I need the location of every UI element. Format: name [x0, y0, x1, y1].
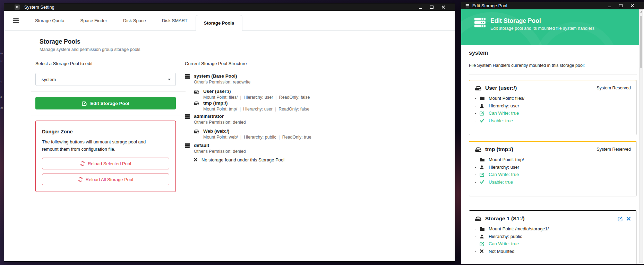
system-reserved-badge: System Reserved — [596, 147, 631, 152]
edit-icon — [480, 111, 486, 116]
system-reserved-badge: System Reserved — [596, 86, 631, 90]
pool-row: default Other's Permission: denied — [185, 142, 246, 154]
danger-zone-card: Danger Zone The following buttons will u… — [35, 121, 176, 192]
system-setting-window: System Setting Storage Quota Space Finde… — [4, 3, 455, 261]
user-icon — [480, 104, 486, 108]
storage-name: Web (web:/) — [203, 128, 311, 134]
x-icon — [480, 249, 486, 253]
structure-title: Current Storage Pool Structure — [185, 61, 247, 66]
pool-name: administrator — [194, 113, 246, 119]
handler-card-user: User (user:/) System Reserved -Mount Poi… — [469, 80, 637, 135]
desktop-icon-label-fragment: 3 — [0, 95, 2, 98]
handler-can-write: -Can Write: true — [475, 240, 631, 248]
storage-row: Web (web:/) Mount Point: web/|Hierarchy:… — [194, 128, 311, 140]
handler-hierarchy: -Hierarchy: user — [475, 164, 631, 171]
maximize-icon[interactable] — [428, 5, 436, 10]
pool-row: administrator Other's Permission: denied — [185, 113, 246, 125]
tab-bar: Storage Quota Space Finder Disk Space Di… — [4, 11, 455, 31]
close-icon[interactable] — [439, 5, 447, 10]
edit-pool-titlebar[interactable]: Edit Storage Pool — [461, 2, 644, 9]
scrollbar-thumb[interactable] — [640, 16, 642, 68]
edit-storage-pool-label: Edit Storage Pool — [90, 101, 129, 106]
folder-icon — [480, 157, 486, 162]
storage-details: Mount Point: web/|Hierarchy: public|Read… — [203, 134, 311, 140]
danger-zone-title: Danger Zone — [42, 129, 169, 134]
storage-details: Mount Point: tmp/|Hierarchy: user|ReadOn… — [203, 106, 309, 112]
handlers-description: File System Handlers currently mounted i… — [469, 63, 585, 68]
minimize-icon[interactable] — [605, 3, 613, 8]
scrollbar[interactable] — [639, 9, 643, 263]
storage-pool-select[interactable]: system — [35, 73, 176, 86]
handler-name: Storage 1 (S1:/) — [485, 215, 525, 222]
select-pool-label: Select a Storage Pool to edit — [35, 61, 93, 66]
empty-pool-message: No storage found under this Storage Pool — [201, 157, 284, 163]
storage-details: Mount Point: files/|Hierarchy: user|Read… — [203, 95, 310, 100]
edit-storage-pool-window: Edit Storage Pool Edit Storage Pool Edit… — [461, 2, 644, 264]
tab-storage-quota[interactable]: Storage Quota — [27, 11, 72, 30]
tab-disk-smart[interactable]: Disk SMART — [154, 11, 196, 30]
desktop-icon-label-fragment: xt — [0, 60, 2, 63]
selected-pool-value: system — [42, 77, 56, 82]
refresh-icon — [78, 177, 83, 182]
handler-name: User (user:/) — [485, 85, 517, 91]
reload-all-pool-button[interactable]: Reload All Storage Pool — [42, 174, 169, 185]
storage-row: User (user:/) Mount Point: files/|Hierar… — [194, 88, 310, 100]
folder-icon — [480, 96, 486, 100]
remove-handler-icon[interactable] — [626, 217, 631, 221]
pool-permission: Other's Permission: denied — [194, 149, 246, 154]
danger-zone-description: remount them from configuration file. — [42, 145, 169, 153]
minimize-icon[interactable] — [416, 5, 424, 10]
edited-pool-name: system — [469, 50, 488, 56]
tab-storage-pools[interactable]: Storage Pools — [196, 15, 242, 31]
banner-title: Edit Storage Pool — [490, 17, 594, 25]
x-icon — [194, 158, 198, 162]
reload-selected-pool-button[interactable]: Reload Selected Pool — [42, 158, 169, 169]
handler-mount-point: -Mount Point: tmp/ — [475, 156, 631, 164]
handler-card-tmp: tmp (tmp:/) System Reserved -Mount Point… — [469, 141, 637, 196]
window-title: System Setting — [24, 5, 54, 10]
storage-name: tmp (tmp:/) — [203, 100, 309, 106]
storage-name: User (user:/) — [203, 88, 310, 94]
handler-mount-point: -Mount Point: /media/storage1/ — [475, 225, 631, 233]
divider — [31, 115, 186, 115]
server-icon — [185, 74, 190, 79]
handler-can-write: -Can Write: true — [475, 109, 631, 117]
edit-handler-icon[interactable] — [618, 216, 623, 221]
hdd-icon — [475, 147, 482, 152]
pool-permission: Other's Permission: denied — [194, 120, 246, 125]
desktop-icon-label-fragment: 1. — [0, 81, 2, 84]
edit-icon — [480, 241, 486, 246]
handler-hierarchy: -Hierarchy: user — [475, 102, 631, 110]
handler-mount-point: -Mount Point: files/ — [475, 95, 631, 102]
page-subtitle: Manage system and permission group stora… — [40, 47, 140, 52]
maximize-icon[interactable] — [617, 3, 625, 8]
check-icon — [480, 179, 486, 184]
window-title: Edit Storage Pool — [472, 3, 507, 8]
close-icon[interactable] — [628, 3, 636, 8]
divider — [469, 206, 637, 206]
tab-disk-space[interactable]: Disk Space — [115, 11, 154, 30]
check-icon — [480, 118, 486, 123]
system-setting-titlebar[interactable]: System Setting — [4, 3, 455, 11]
handler-name: tmp (tmp:/) — [485, 146, 513, 152]
pool-name: default — [194, 142, 246, 148]
server-icon — [185, 114, 190, 119]
handler-can-write: -Can Write: true — [475, 171, 631, 178]
pool-name: system (Base Pool) — [194, 73, 251, 79]
folder-icon — [480, 227, 486, 231]
refresh-icon — [80, 161, 85, 166]
server-icon — [185, 143, 190, 148]
tab-space-finder[interactable]: Space Finder — [72, 11, 115, 30]
banner-subtitle: Edit storage pool and its mounted file s… — [490, 26, 594, 31]
edit-storage-pool-button[interactable]: Edit Storage Pool — [35, 97, 176, 109]
hdd-icon — [475, 85, 482, 91]
reload-all-pool-label: Reload All Storage Pool — [86, 177, 133, 182]
menu-icon[interactable] — [13, 18, 19, 23]
hdd-icon — [194, 129, 199, 134]
divider — [31, 91, 186, 92]
reload-selected-pool-label: Reload Selected Pool — [88, 161, 131, 166]
pool-permission: Other's Permission: readwrite — [194, 79, 251, 85]
edit-icon — [82, 101, 87, 106]
scroll-up-icon[interactable] — [639, 10, 643, 14]
gear-icon — [15, 5, 20, 10]
